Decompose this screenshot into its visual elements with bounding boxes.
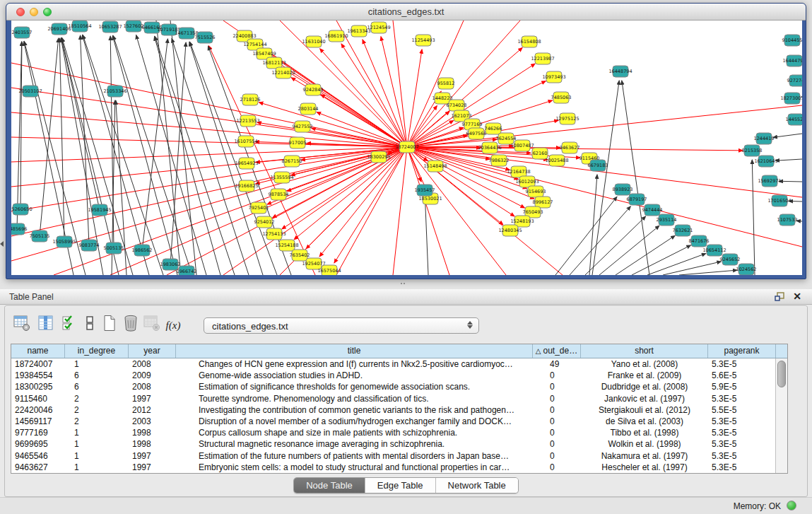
graph-node[interactable]: 6679183 bbox=[588, 160, 608, 171]
table-cell[interactable]: 5.3E-5 bbox=[708, 438, 775, 450]
graph-edge[interactable] bbox=[407, 147, 802, 197]
graph-node[interactable]: 746266 bbox=[485, 123, 502, 134]
graph-node[interactable]: 16448794 bbox=[608, 66, 632, 77]
graph-node[interactable]: 1024562 bbox=[736, 264, 757, 275]
network-canvas[interactable]: 1872400718300295271812612213553161075541… bbox=[11, 21, 802, 275]
graph-node[interactable]: 955812 bbox=[437, 78, 455, 89]
graph-node[interactable]: 12754133 bbox=[262, 228, 286, 240]
table-cell[interactable]: 2 bbox=[65, 416, 129, 427]
table-cell[interactable]: Genome-wide association studies in ADHD. bbox=[176, 370, 533, 381]
table-cell[interactable]: 22420046 bbox=[11, 404, 65, 416]
table-cell[interactable]: 9777169 bbox=[11, 427, 65, 438]
graph-node[interactable]: 1445529 bbox=[786, 114, 802, 125]
table-cell[interactable]: 9115460 bbox=[11, 393, 65, 404]
graph-edge[interactable] bbox=[82, 35, 149, 275]
graph-node[interactable]: 16861910 bbox=[324, 30, 348, 42]
table-cell[interactable]: Estimation of the future numbers of pati… bbox=[176, 450, 533, 462]
graph-node[interactable]: 9878534 bbox=[269, 189, 289, 200]
graph-node[interactable]: 16154808 bbox=[517, 36, 541, 47]
graph-node[interactable]: 2803144 bbox=[298, 103, 319, 115]
table-cell[interactable]: 9463627 bbox=[11, 462, 65, 473]
graph-node[interactable]: 9427552 bbox=[293, 121, 313, 132]
row-height-button[interactable] bbox=[80, 313, 100, 333]
graph-node[interactable]: 7925401 bbox=[249, 202, 269, 214]
graph-node[interactable]: 15692971 bbox=[758, 175, 781, 187]
delete-table-button[interactable] bbox=[142, 313, 162, 333]
table-cell[interactable]: 5.5E-5 bbox=[708, 404, 775, 416]
table-cell[interactable]: 2008 bbox=[129, 381, 176, 392]
graph-node[interactable]: 1107533 bbox=[777, 214, 798, 226]
table-cell[interactable]: 0 bbox=[533, 393, 581, 404]
graph-edge[interactable] bbox=[306, 147, 407, 249]
table-cell[interactable]: 1 bbox=[65, 427, 129, 438]
graph-node[interactable]: 7632621 bbox=[673, 225, 693, 236]
table-cell[interactable]: 5.3E-5 bbox=[708, 450, 775, 462]
table-cell[interactable]: Changes of HCN gene expression and I(f) … bbox=[176, 358, 533, 370]
graph-edge[interactable] bbox=[190, 42, 277, 275]
table-cell[interactable]: Wolkin et al. (1998) bbox=[581, 438, 708, 450]
graph-node[interactable]: 19654923 bbox=[235, 158, 258, 169]
table-cell[interactable]: 2 bbox=[65, 393, 129, 404]
graph-node[interactable]: 10653287 bbox=[98, 21, 122, 33]
table-cell[interactable]: 0 bbox=[533, 416, 581, 427]
graph-node[interactable]: 10973493 bbox=[542, 71, 565, 83]
table-cell[interactable]: 5.3E-5 bbox=[708, 462, 775, 473]
table-row[interactable]: 1872400712008Changes of HCN gene express… bbox=[11, 358, 775, 370]
table-cell[interactable]: 9699695 bbox=[11, 438, 65, 450]
table-cell[interactable]: 0 bbox=[533, 438, 581, 450]
graph-edge[interactable] bbox=[336, 21, 407, 147]
close-panel-icon[interactable]: ✕ bbox=[793, 291, 801, 301]
column-header-short[interactable]: short bbox=[581, 344, 708, 358]
graph-node[interactable]: 12213987 bbox=[531, 53, 554, 64]
table-cell[interactable]: 2009 bbox=[129, 370, 176, 381]
graph-edge[interactable] bbox=[142, 39, 167, 250]
table-cell[interactable]: 1997 bbox=[129, 393, 176, 404]
delete-column-button[interactable] bbox=[121, 313, 141, 333]
graph-edge[interactable] bbox=[61, 38, 100, 210]
graph-edge[interactable] bbox=[81, 35, 89, 245]
show-columns-button[interactable] bbox=[36, 313, 56, 333]
graph-edge[interactable] bbox=[170, 42, 186, 264]
tab-network-table[interactable]: Network Table bbox=[436, 478, 518, 493]
table-cell[interactable]: 2008 bbox=[129, 358, 176, 370]
graph-edge[interactable] bbox=[599, 226, 659, 275]
graph-node[interactable]: 7505135 bbox=[30, 230, 50, 242]
graph-edge[interactable] bbox=[172, 38, 249, 275]
create-column-button[interactable] bbox=[100, 313, 119, 333]
collapse-panel-arrow-icon[interactable] bbox=[0, 241, 4, 247]
table-cell[interactable]: Structural magnetic resonance image aver… bbox=[176, 438, 533, 450]
table-cell[interactable]: 0 bbox=[533, 427, 581, 438]
table-cell[interactable]: Embryonic stem cells: a model to study s… bbox=[176, 462, 533, 473]
table-cell[interactable]: Hescheler et al. (1997) bbox=[581, 462, 708, 473]
graph-node[interactable]: 2403557 bbox=[12, 27, 33, 38]
table-cell[interactable]: Stergiakouli et al. (2012) bbox=[581, 404, 708, 416]
network-graph[interactable]: 1872400718300295271812612213553161075541… bbox=[11, 21, 802, 275]
table-row[interactable]: 2242004622012Investigating the contribut… bbox=[11, 404, 775, 416]
column-header-in_degree[interactable]: in_degree bbox=[65, 344, 129, 358]
table-cell[interactable]: Investigating the contribution of common… bbox=[176, 404, 533, 416]
graph-node[interactable]: 1966742 bbox=[177, 266, 197, 275]
graph-node[interactable]: 8938923 bbox=[613, 184, 633, 195]
graph-node[interactable]: 5005135 bbox=[104, 243, 124, 254]
graph-node[interactable]: 11254493 bbox=[411, 35, 435, 46]
table-cell[interactable]: 6 bbox=[65, 381, 129, 392]
table-cell[interactable]: 1998 bbox=[129, 427, 176, 438]
select-columns-button[interactable] bbox=[60, 313, 80, 333]
table-cell[interactable]: 1 bbox=[65, 462, 129, 473]
graph-node[interactable]: 17016504 bbox=[767, 195, 791, 206]
graph-edge[interactable] bbox=[154, 37, 220, 275]
table-cell[interactable]: 2012 bbox=[129, 404, 176, 416]
graph-node[interactable]: 9245652 bbox=[720, 254, 741, 265]
table-cell[interactable]: 2003 bbox=[129, 416, 176, 427]
table-cell[interactable]: Jankovic et al. (1997) bbox=[581, 393, 708, 404]
graph-node[interactable]: 7485063 bbox=[551, 92, 572, 103]
graph-node[interactable]: 15058995 bbox=[52, 236, 76, 247]
table-cell[interactable]: 19384554 bbox=[11, 370, 65, 381]
graph-node[interactable]: 9463627 bbox=[560, 142, 580, 153]
splitter-grip[interactable] bbox=[400, 282, 406, 286]
graph-edge[interactable] bbox=[752, 160, 755, 275]
graph-edge[interactable] bbox=[155, 36, 235, 275]
graph-node[interactable]: 9272744 bbox=[787, 75, 802, 86]
table-cell[interactable]: 5.9E-5 bbox=[708, 381, 775, 392]
column-header-pagerank[interactable]: pagerank bbox=[708, 344, 776, 358]
